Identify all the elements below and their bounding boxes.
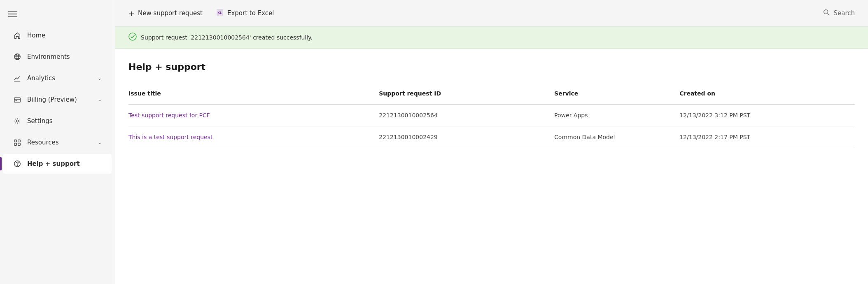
svg-rect-11	[18, 140, 20, 142]
export-excel-button[interactable]: XL Export to Excel	[216, 8, 274, 18]
col-service: Service	[554, 87, 679, 100]
gear-icon	[13, 117, 21, 125]
row2-request-id: 2212130010002429	[379, 134, 554, 140]
chart-icon	[13, 74, 21, 82]
chevron-down-icon: ⌄	[98, 140, 102, 145]
success-message: Support request '2212130010002564' creat…	[141, 34, 313, 41]
table-row: Test support request for PCF 22121300100…	[128, 105, 855, 126]
row2-service: Common Data Model	[554, 134, 679, 140]
search-label: Search	[833, 9, 855, 17]
new-request-button[interactable]: + New support request	[128, 9, 203, 18]
globe-icon	[13, 53, 21, 61]
sidebar-item-billing[interactable]: Billing (Preview) ⌄	[3, 90, 112, 109]
col-request-id: Support request ID	[379, 87, 554, 100]
page-title: Help + support	[128, 62, 855, 72]
sidebar-item-billing-label: Billing (Preview)	[27, 96, 92, 103]
chevron-down-icon: ⌄	[98, 75, 102, 81]
svg-point-20	[129, 33, 136, 40]
resources-icon	[13, 138, 21, 147]
sidebar-item-help-support-label: Help + support	[27, 160, 102, 168]
billing-icon	[13, 95, 21, 104]
svg-rect-6	[14, 98, 20, 102]
sidebar-item-home[interactable]: Home	[3, 26, 112, 45]
sidebar-item-analytics[interactable]: Analytics ⌄	[3, 68, 112, 88]
sidebar-item-environments-label: Environments	[27, 53, 102, 61]
table-row: This is a test support request 221213001…	[128, 126, 855, 148]
excel-icon: XL	[216, 8, 224, 18]
search-icon	[823, 9, 830, 18]
svg-point-9	[16, 120, 18, 122]
export-excel-label: Export to Excel	[227, 9, 274, 17]
support-table: Issue title Support request ID Service C…	[128, 87, 855, 148]
sidebar-item-help-support[interactable]: Help + support	[3, 154, 112, 174]
col-created-on: Created on	[679, 87, 855, 100]
sidebar-item-resources[interactable]: Resources ⌄	[3, 133, 112, 152]
row2-created-on: 12/13/2022 2:17 PM PST	[679, 134, 855, 140]
svg-text:XL: XL	[217, 11, 222, 15]
svg-rect-10	[14, 140, 16, 142]
svg-point-18	[824, 10, 828, 14]
home-icon	[13, 31, 21, 40]
sidebar-item-settings-label: Settings	[27, 117, 102, 125]
sidebar-header	[0, 3, 115, 25]
sidebar-item-resources-label: Resources	[27, 139, 92, 146]
new-request-label: New support request	[138, 9, 203, 17]
svg-line-19	[828, 14, 830, 16]
sidebar-item-analytics-label: Analytics	[27, 74, 92, 82]
svg-rect-12	[14, 143, 16, 145]
plus-icon: +	[128, 9, 135, 18]
hamburger-menu[interactable]	[8, 11, 17, 17]
row1-request-id: 2212130010002564	[379, 112, 554, 119]
help-icon	[13, 160, 21, 168]
sidebar-nav: Home Environments	[0, 25, 115, 284]
success-icon	[128, 33, 137, 42]
row1-issue-title[interactable]: Test support request for PCF	[128, 112, 379, 119]
toolbar: + New support request XL Export to Excel…	[115, 0, 868, 27]
success-banner: Support request '2212130010002564' creat…	[115, 27, 868, 49]
svg-rect-13	[18, 143, 20, 145]
table-header: Issue title Support request ID Service C…	[128, 87, 855, 105]
row1-created-on: 12/13/2022 3:12 PM PST	[679, 112, 855, 119]
row2-issue-title[interactable]: This is a test support request	[128, 134, 379, 140]
search-button[interactable]: Search	[823, 9, 855, 18]
row1-service: Power Apps	[554, 112, 679, 119]
main-content: + New support request XL Export to Excel…	[115, 0, 868, 284]
content-area: Help + support Issue title Support reque…	[115, 49, 868, 284]
chevron-down-icon: ⌄	[98, 97, 102, 102]
sidebar-item-environments[interactable]: Environments	[3, 47, 112, 67]
sidebar: Home Environments	[0, 0, 115, 284]
col-issue-title: Issue title	[128, 87, 379, 100]
sidebar-item-home-label: Home	[27, 32, 102, 39]
sidebar-item-settings[interactable]: Settings	[3, 111, 112, 131]
svg-point-15	[17, 165, 17, 166]
